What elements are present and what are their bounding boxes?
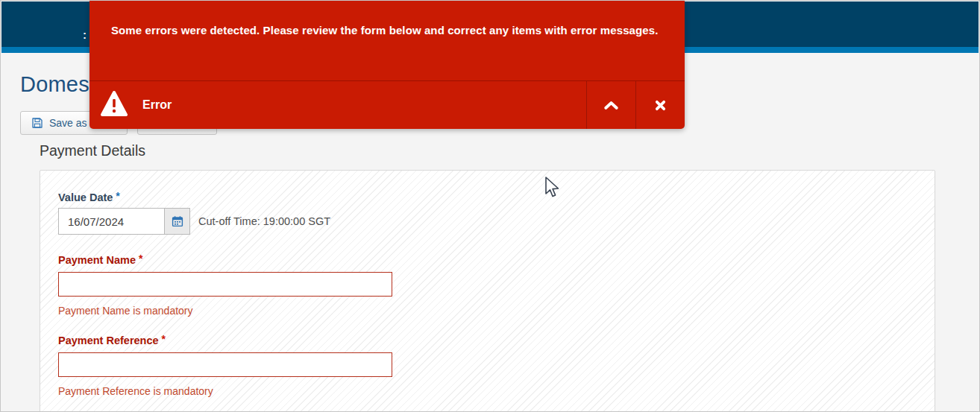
error-alert-panel: Some errors were detected. Please review… (89, 1, 685, 129)
error-alert-title: Error (142, 98, 172, 112)
chevron-up-icon (604, 101, 618, 110)
payment-details-panel: Value Date* Cut-off Time: 19:00:00 SGT (40, 170, 935, 412)
payment-name-label: Payment Name* (58, 253, 142, 266)
payment-name-input[interactable] (58, 272, 392, 297)
value-date-required-mark: * (116, 190, 119, 202)
save-floppy-icon (31, 117, 43, 129)
payment-name-required-mark: * (139, 253, 142, 264)
payment-reference-error-message: Payment Reference is mandatory (58, 385, 213, 397)
payment-name-label-text: Payment Name (58, 254, 136, 266)
error-alert-message: Some errors were detected. Please review… (111, 24, 670, 37)
value-date-label: Value Date* (58, 190, 120, 203)
section-heading-payment-details: Payment Details (40, 142, 145, 159)
payment-name-error-message: Payment Name is mandatory (58, 305, 193, 317)
error-panel-footer: Error (89, 81, 685, 129)
error-collapse-button[interactable] (586, 81, 635, 129)
payment-reference-input[interactable] (58, 352, 392, 377)
calendar-picker-button[interactable] (164, 208, 190, 235)
payment-reference-label: Payment Reference* (58, 333, 166, 346)
error-close-button[interactable] (635, 81, 685, 129)
payment-reference-required-mark: * (162, 333, 166, 345)
warning-triangle-icon (101, 89, 128, 119)
value-date-row: Cut-off Time: 19:00:00 SGT (58, 208, 330, 235)
header-text-fragment: : (83, 28, 87, 41)
value-date-label-text: Value Date (58, 191, 113, 203)
mouse-cursor (544, 177, 559, 199)
close-x-icon (655, 100, 666, 111)
app-window: : Domestic Save as D Payment Details Val… (0, 0, 980, 412)
payment-reference-label-text: Payment Reference (58, 335, 159, 346)
value-date-input[interactable] (58, 208, 165, 235)
cutoff-time-text: Cut-off Time: 19:00:00 SGT (198, 215, 330, 227)
calendar-icon (172, 215, 183, 227)
